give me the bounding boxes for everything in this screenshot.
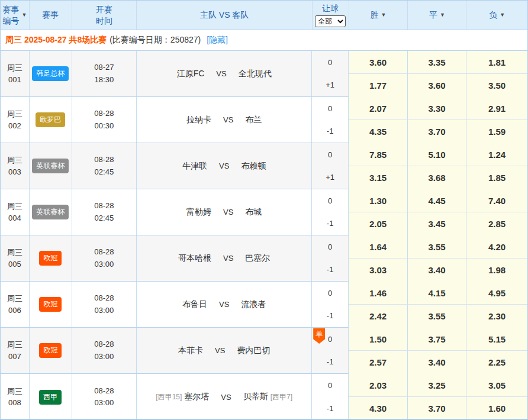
vs-label: VS <box>223 254 233 263</box>
column-header-win: 胜 ▼ <box>349 1 408 30</box>
odds-lose[interactable]: 4.95 <box>466 282 527 305</box>
handicap-filter-select[interactable]: 全部 <box>315 15 346 27</box>
away-team: 全北现代 <box>239 69 272 79</box>
league-cell: 欧冠 <box>30 282 72 327</box>
handicap-cell: 0 -1 <box>312 235 349 281</box>
odds-win[interactable]: 1.30 <box>349 189 408 212</box>
league-cell: 欧冠 <box>30 328 72 373</box>
odds-draw[interactable]: 3.60 <box>408 74 466 97</box>
odds-win[interactable]: 1.64 <box>349 235 408 259</box>
league-cell: 韩足总杯 <box>30 51 72 96</box>
odds-draw[interactable]: 3.55 <box>408 235 466 259</box>
handicap-cell: 单 0 -1 <box>312 328 349 373</box>
odds-draw[interactable]: 4.15 <box>408 282 466 305</box>
odds-draw[interactable]: 4.45 <box>408 189 466 212</box>
away-team: 费内巴切 <box>237 345 270 356</box>
match-id-header-line2: 编号 <box>2 15 19 26</box>
sort-caret-lose-icon[interactable]: ▼ <box>500 12 505 18</box>
away-team: 布城 <box>245 207 262 218</box>
time-cell: 08-28 03:00 <box>72 374 137 420</box>
odds-lose[interactable]: 2.85 <box>466 212 527 235</box>
handicap-cell: 0 +1 <box>312 143 349 189</box>
odds-win[interactable]: 2.05 <box>349 212 408 235</box>
odds-lose[interactable]: 1.59 <box>466 120 527 143</box>
odds-lose[interactable]: 7.40 <box>466 189 527 212</box>
odds-draw[interactable]: 3.55 <box>408 305 466 328</box>
odds-win[interactable]: 3.03 <box>349 259 408 282</box>
odds-win[interactable]: 2.03 <box>349 374 408 397</box>
home-team: 拉纳卡 <box>186 115 211 125</box>
odds-draw[interactable]: 3.75 <box>408 328 466 351</box>
odds-draw[interactable]: 3.40 <box>408 259 466 282</box>
odds-win[interactable]: 2.42 <box>349 305 408 328</box>
league-cell: 英联赛杯 <box>30 189 72 235</box>
home-team: 哥本哈根 <box>178 253 211 264</box>
match-time: 18:30 <box>95 74 114 86</box>
match-number: 001 <box>8 74 21 86</box>
odds-draw[interactable]: 3.45 <box>408 212 466 235</box>
handicap-value: 0 <box>312 189 348 212</box>
sort-caret-draw-icon[interactable]: ▼ <box>440 12 445 18</box>
league-badge: 英联赛杯 <box>32 159 69 173</box>
odds-win[interactable]: 3.60 <box>349 51 408 74</box>
odds-lose[interactable]: 1.60 <box>466 397 527 420</box>
odds-lose[interactable]: 1.85 <box>466 166 527 189</box>
teams-cell: 江原FC VS 全北现代 <box>137 51 312 96</box>
odds-win[interactable]: 3.15 <box>349 166 408 189</box>
odds-lose[interactable]: 3.05 <box>466 374 527 397</box>
match-row: 周三 003 英联赛杯 08-28 02:45 牛津联 VS 布赖顿 0 +1 … <box>1 143 527 189</box>
handicap-value: 0 <box>312 235 348 259</box>
handicap-cell: 0 +1 <box>312 51 349 96</box>
match-day: 周三 <box>7 201 22 212</box>
odds-lose[interactable]: 1.24 <box>466 143 527 166</box>
odds-draw[interactable]: 3.25 <box>408 374 466 397</box>
match-day: 周三 <box>7 62 22 74</box>
hide-link[interactable]: [隐藏] <box>207 35 228 46</box>
odds-win[interactable]: 4.35 <box>349 120 408 143</box>
handicap-value: 0 <box>312 51 348 74</box>
odds-draw[interactable]: 3.30 <box>408 97 466 120</box>
odds-draw[interactable]: 3.35 <box>408 51 466 74</box>
odds-draw[interactable]: 3.70 <box>408 397 466 420</box>
odds-win[interactable]: 1.77 <box>349 74 408 97</box>
odds-lose[interactable]: 2.30 <box>466 305 527 328</box>
match-day: 周三 <box>7 386 22 398</box>
odds-draw[interactable]: 3.68 <box>408 166 466 189</box>
odds-grid: 1.64 3.55 4.20 3.03 3.40 1.98 <box>349 235 527 281</box>
odds-win[interactable]: 1.50 <box>349 328 408 351</box>
handicap-header-label: 让球 <box>322 3 339 14</box>
away-team: 巴塞尔 <box>245 253 270 264</box>
away-team: 流浪者 <box>241 299 266 310</box>
odds-lose[interactable]: 2.91 <box>466 97 527 120</box>
odds-lose[interactable]: 1.81 <box>466 51 527 74</box>
odds-win[interactable]: 1.46 <box>349 282 408 305</box>
odds-draw[interactable]: 3.70 <box>408 120 466 143</box>
odds-lose[interactable]: 3.50 <box>466 74 527 97</box>
odds-lose[interactable]: 4.20 <box>466 235 527 259</box>
odds-lose[interactable]: 1.98 <box>466 259 527 282</box>
match-id-cell: 周三 004 <box>1 189 30 235</box>
league-cell: 欧冠 <box>30 235 72 281</box>
odds-lose[interactable]: 2.25 <box>466 351 527 374</box>
sort-caret-match-id-icon[interactable]: ▼ <box>21 12 27 18</box>
odds-win[interactable]: 7.85 <box>349 143 408 166</box>
day-summary-text: 周三 2025-08-27 共8场比赛 <box>5 35 107 46</box>
league-badge: 韩足总杯 <box>32 66 69 81</box>
odds-win[interactable]: 2.07 <box>349 97 408 120</box>
odds-draw[interactable]: 3.40 <box>408 351 466 374</box>
vs-label: VS <box>219 300 229 309</box>
odds-lose[interactable]: 5.15 <box>466 328 527 351</box>
odds-win[interactable]: 4.30 <box>349 397 408 420</box>
match-date: 08-28 <box>94 200 114 212</box>
home-team: 塞尔塔 <box>184 392 209 402</box>
match-time: 03:00 <box>95 397 114 409</box>
league-badge: 欧冠 <box>39 297 62 312</box>
odds-draw[interactable]: 5.10 <box>408 143 466 166</box>
odds-win[interactable]: 2.57 <box>349 351 408 374</box>
match-row: 周三 007 欧冠 08-28 03:00 本菲卡 VS 费内巴切 单 0 -1… <box>1 328 527 374</box>
sort-caret-win-icon[interactable]: ▼ <box>381 12 387 18</box>
home-team: 江原FC <box>177 69 205 79</box>
home-team: 本菲卡 <box>178 345 203 356</box>
match-date: 08-28 <box>94 385 114 397</box>
handicap-value: -1 <box>312 397 348 420</box>
